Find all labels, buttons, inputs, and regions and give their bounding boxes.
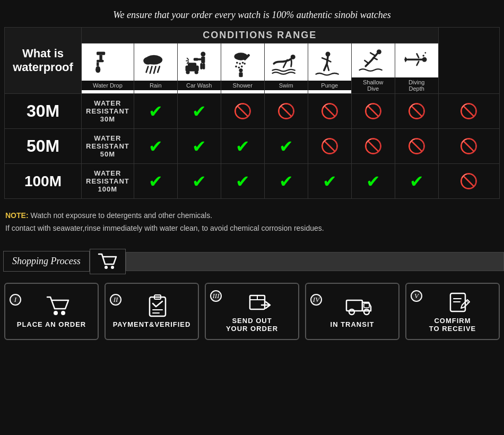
svg-rect-53 <box>346 300 362 311</box>
col-label-diving-depth: DivingDepth <box>395 77 438 93</box>
svg-point-30 <box>238 66 240 68</box>
check-icon: ✔ <box>149 102 163 121</box>
water-drop-icon <box>87 49 116 78</box>
cell-50m-shallow: 🚫 <box>395 129 438 164</box>
col-swim: Swim <box>264 44 308 94</box>
check-icon: ✔ <box>149 137 163 156</box>
step-in-transit: IV IN TRANSIT <box>305 283 399 340</box>
top-banner: We ensure that your order every watch is… <box>0 0 504 27</box>
cell-30m-diving: 🚫 <box>438 94 499 129</box>
col-label-swim: Swim <box>265 81 308 90</box>
cell-100m-shallow: ✔ <box>395 164 438 199</box>
svg-point-22 <box>186 71 189 74</box>
no-icon: 🚫 <box>277 103 296 119</box>
step1-header: I <box>10 294 93 317</box>
cell-100m-waterdrop: ✔ <box>134 164 177 199</box>
waterproof-section: What is waterproof CONDITIONS RANGE <box>0 27 504 204</box>
no-icon: 🚫 <box>233 103 252 119</box>
col-label-shallow-dive: ShallowDive <box>352 77 395 93</box>
payment-icon <box>145 294 172 317</box>
cell-100m-swim: ✔ <box>308 164 351 199</box>
cell-30m-shower: 🚫 <box>264 94 308 129</box>
conditions-range-header: CONDITIONS RANGE <box>82 28 439 44</box>
check-icon: ✔ <box>192 137 206 156</box>
step5-icon-area <box>424 290 494 314</box>
col-diving-depth: DivingDepth <box>395 44 438 94</box>
no-icon: 🚫 <box>320 138 339 154</box>
row-50m: 50M WATER RESISTANT 50M ✔ ✔ ✔ ✔ 🚫 🚫 🚫 🚫 <box>5 129 500 164</box>
svg-point-6 <box>143 57 153 64</box>
col-rain: Rain <box>134 44 177 94</box>
step-confirm: V COMFIRM TO RECEIVE <box>405 283 500 340</box>
cell-30m-punge: 🚫 <box>351 94 395 129</box>
rain-icon <box>140 49 168 78</box>
svg-rect-13 <box>200 63 203 69</box>
step5-label: COMFIRM TO RECEIVE <box>429 317 476 333</box>
cell-50m-rain: ✔ <box>177 129 221 164</box>
note-label: NOTE: <box>5 211 29 220</box>
cell-100m-punge: ✔ <box>351 164 395 199</box>
svg-point-11 <box>201 52 205 57</box>
step4-num: IV <box>310 294 322 306</box>
step-send-out: III SEND OUT YOUR ORDER <box>205 283 299 340</box>
cell-50m-diving: 🚫 <box>438 129 499 164</box>
waterproof-title: What is waterproof <box>5 28 82 94</box>
step3-header: III <box>210 290 294 314</box>
check-icon: ✔ <box>149 172 163 191</box>
col-shallow-dive: ShallowDive <box>351 44 395 94</box>
punge-icon <box>314 49 342 78</box>
svg-point-39 <box>422 55 424 57</box>
step3-label: SEND OUT YOUR ORDER <box>226 317 278 333</box>
svg-line-9 <box>154 66 156 73</box>
svg-rect-0 <box>97 52 105 55</box>
cell-100m-rain: ✔ <box>177 164 221 199</box>
waterproof-table: What is waterproof CONDITIONS RANGE <box>4 27 500 199</box>
shopping-process-title: Shopping Process <box>3 251 90 272</box>
col-label-water-drop: Water Drop <box>82 81 134 90</box>
check-icon: ✔ <box>236 137 250 156</box>
svg-point-31 <box>241 66 243 68</box>
check-icon: ✔ <box>279 172 293 191</box>
no-icon: 🚫 <box>459 173 478 189</box>
step4-label: IN TRANSIT <box>331 320 375 328</box>
cell-30m-rain: ✔ <box>177 94 221 129</box>
check-icon: ✔ <box>192 102 206 121</box>
resistance-50m-label: 50M <box>5 129 82 164</box>
resistance-30m-text: WATER RESISTANT 30M <box>82 94 134 129</box>
step1-label: PLACE AN ORDER <box>17 320 86 328</box>
resistance-100m-label: 100M <box>5 164 82 199</box>
resistance-30m-label: 30M <box>5 94 82 129</box>
svg-line-10 <box>158 66 160 72</box>
shopping-bar-line <box>126 252 504 271</box>
send-out-icon <box>246 290 272 314</box>
svg-point-28 <box>242 62 244 64</box>
step5-header: V <box>411 290 494 314</box>
check-icon: ✔ <box>410 172 424 191</box>
shopping-cart-icon-box <box>90 249 126 274</box>
svg-point-29 <box>235 66 237 68</box>
svg-point-43 <box>54 311 58 315</box>
svg-point-32 <box>244 63 246 65</box>
resistance-100m-text: WATER RESISTANT 100M <box>82 164 134 199</box>
svg-rect-16 <box>194 58 198 60</box>
col-shower: Shower <box>221 44 264 94</box>
truck-icon <box>344 294 374 317</box>
svg-rect-2 <box>97 60 104 63</box>
step1-num: I <box>10 294 21 306</box>
col-label-shower: Shower <box>221 81 264 90</box>
cell-50m-shower: ✔ <box>264 129 308 164</box>
step1-icon-area <box>23 294 93 317</box>
step4-icon-area <box>324 294 394 317</box>
col-label-car-wash: Car Wash <box>178 81 221 90</box>
svg-rect-14 <box>203 63 205 69</box>
car-wash-icon <box>183 49 212 78</box>
cell-50m-waterdrop: ✔ <box>134 129 177 164</box>
col-car-wash: Car Wash <box>177 44 221 94</box>
confirm-icon <box>446 290 473 314</box>
no-icon: 🚫 <box>364 103 383 119</box>
svg-point-54 <box>349 309 354 315</box>
no-icon: 🚫 <box>407 138 426 154</box>
cell-50m-punge: 🚫 <box>351 129 395 164</box>
svg-line-7 <box>146 66 148 72</box>
resistance-50m-text: WATER RESISTANT 50M <box>82 129 134 164</box>
